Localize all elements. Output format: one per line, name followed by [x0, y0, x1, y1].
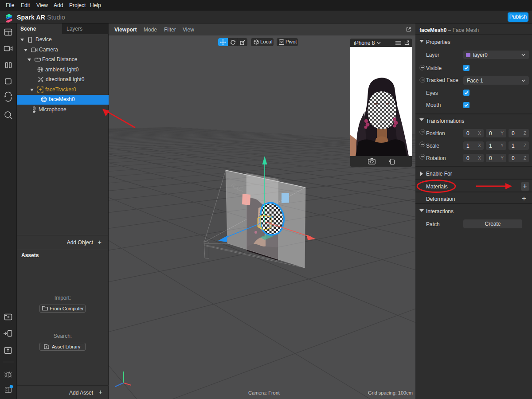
svg-text:Grid spacing: 100cm: Grid spacing: 100cm — [368, 390, 413, 395]
svg-text:Camera: Front: Camera: Front — [248, 390, 280, 395]
